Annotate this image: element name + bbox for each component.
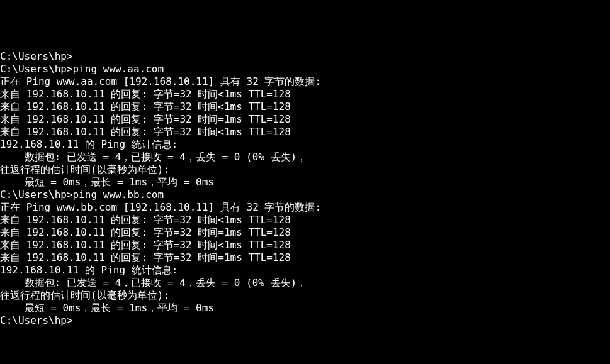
terminal-line: 192.168.10.11 的 Ping 统计信息: [0, 138, 610, 151]
terminal-line: 数据包: 已发送 = 4，已接收 = 4，丢失 = 0 (0% 丢失)， [0, 151, 610, 163]
terminal-line: 来自 192.168.10.11 的回复: 字节=32 时间<1ms TTL=1… [0, 239, 610, 251]
terminal-line: 来自 192.168.10.11 的回复: 字节=32 时间<1ms TTL=1… [0, 101, 610, 113]
terminal-line: 来自 192.168.10.11 的回复: 字节=32 时间=1ms TTL=1… [0, 226, 610, 239]
terminal-line: 最短 = 0ms，最长 = 1ms，平均 = 0ms [0, 176, 610, 189]
terminal-line: C:\Users\hp> [0, 50, 610, 63]
terminal-line: 最短 = 0ms，最长 = 1ms，平均 = 0ms [0, 302, 610, 314]
terminal-line: 来自 192.168.10.11 的回复: 字节=32 时间=1ms TTL=1… [0, 113, 610, 126]
terminal-line: 来自 192.168.10.11 的回复: 字节=32 时间<1ms TTL=1… [0, 214, 610, 226]
terminal-line: 往返行程的估计时间(以毫秒为单位): [0, 289, 610, 302]
terminal-line: 192.168.10.11 的 Ping 统计信息: [0, 264, 610, 277]
terminal-line: 正在 Ping www.bb.com [192.168.10.11] 具有 32… [0, 201, 610, 214]
terminal-line: C:\Users\hp>ping www.bb.com [0, 189, 610, 201]
terminal-line: C:\Users\hp> [0, 314, 610, 327]
terminal-line: 数据包: 已发送 = 4，已接收 = 4，丢失 = 0 (0% 丢失)， [0, 277, 610, 289]
terminal-line: 来自 192.168.10.11 的回复: 字节=32 时间<1ms TTL=1… [0, 88, 610, 101]
terminal-output[interactable]: C:\Users\hp>C:\Users\hp>ping www.aa.com正… [0, 50, 610, 327]
terminal-line: C:\Users\hp>ping www.aa.com [0, 63, 610, 75]
terminal-line: 来自 192.168.10.11 的回复: 字节=32 时间<1ms TTL=1… [0, 126, 610, 138]
terminal-line: 往返行程的估计时间(以毫秒为单位): [0, 163, 610, 176]
terminal-line: 正在 Ping www.aa.com [192.168.10.11] 具有 32… [0, 75, 610, 88]
terminal-line: 来自 192.168.10.11 的回复: 字节=32 时间=1ms TTL=1… [0, 251, 610, 264]
